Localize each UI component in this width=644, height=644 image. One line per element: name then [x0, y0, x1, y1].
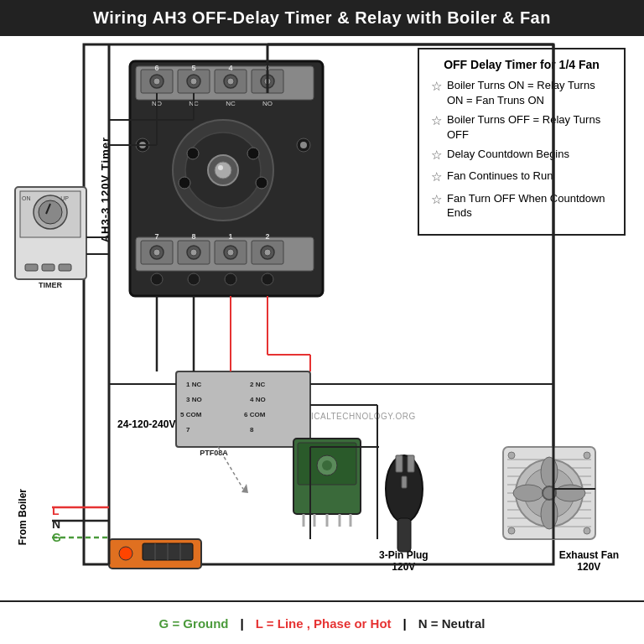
svg-point-42	[179, 177, 190, 189]
svg-point-109	[508, 452, 515, 459]
svg-rect-88	[397, 518, 411, 552]
svg-rect-90	[408, 455, 414, 472]
svg-text:NO: NO	[262, 100, 273, 107]
svg-text:1: 1	[228, 232, 232, 241]
svg-point-106	[541, 499, 558, 529]
svg-point-21	[190, 78, 197, 85]
svg-text:6: 6	[154, 64, 158, 72]
svg-text:8: 8	[191, 232, 195, 241]
svg-point-111	[508, 527, 515, 534]
svg-text:7: 7	[154, 232, 158, 241]
svg-point-58	[227, 249, 234, 256]
svg-line-137	[218, 447, 243, 489]
svg-text:8: 8	[250, 426, 254, 434]
svg-point-16	[153, 78, 160, 85]
svg-point-45	[215, 162, 231, 179]
svg-rect-9	[42, 264, 55, 271]
svg-point-114	[119, 547, 132, 560]
svg-point-62	[264, 249, 271, 256]
svg-text:2 NC: 2 NC	[250, 381, 265, 388]
ground-legend: G = Ground	[159, 616, 229, 631]
svg-text:PTF08A: PTF08A	[200, 449, 228, 457]
neutral-legend: N = Neutral	[418, 616, 486, 631]
svg-point-46	[218, 165, 223, 170]
svg-point-81	[322, 460, 332, 470]
svg-point-112	[584, 527, 590, 534]
svg-text:4: 4	[228, 64, 232, 72]
svg-point-110	[584, 452, 590, 459]
svg-point-104	[541, 457, 558, 487]
svg-text:6 COM: 6 COM	[244, 411, 266, 418]
svg-point-54	[190, 249, 197, 256]
svg-point-87	[386, 455, 423, 522]
svg-point-41	[247, 148, 259, 159]
svg-point-37	[300, 142, 307, 148]
svg-rect-91	[402, 476, 407, 488]
svg-rect-10	[59, 264, 71, 271]
svg-point-64	[151, 273, 163, 285]
svg-text:7: 7	[186, 426, 190, 434]
svg-point-26	[227, 78, 234, 85]
diagram-area: OFF Delay Timer for 1/4 Fan ☆ Boiler Tur…	[0, 36, 644, 623]
svg-text:3 NO: 3 NO	[186, 396, 202, 403]
footer-legend: G = Ground | L = Line , Phase or Hot | N…	[0, 600, 644, 644]
line-legend: L = Line , Phase or Hot	[256, 616, 392, 631]
svg-text:UP: UP	[60, 195, 69, 201]
svg-point-66	[225, 273, 236, 285]
svg-text:5: 5	[191, 64, 195, 72]
svg-point-65	[188, 273, 200, 285]
svg-point-43	[256, 177, 267, 189]
svg-text:2: 2	[265, 232, 269, 241]
svg-text:NC: NC	[226, 100, 236, 107]
svg-text:1 NC: 1 NC	[186, 381, 201, 388]
svg-text:TIMER: TIMER	[39, 281, 62, 289]
svg-point-105	[555, 485, 585, 501]
svg-point-40	[187, 148, 199, 159]
svg-point-50	[153, 249, 160, 256]
svg-text:4 NO: 4 NO	[250, 396, 266, 403]
svg-text:5 COM: 5 COM	[180, 411, 202, 418]
wiring-diagram-svg: ON UP TIMER 6 NO 5 NC 4 NC 3	[0, 36, 644, 623]
svg-rect-89	[396, 455, 402, 472]
page-title: Wiring AH3 OFF-Delay Timer & Relay with …	[0, 0, 644, 36]
svg-text:ON: ON	[22, 195, 31, 201]
svg-point-107	[513, 485, 543, 501]
svg-point-67	[262, 273, 273, 285]
svg-rect-8	[25, 264, 38, 271]
